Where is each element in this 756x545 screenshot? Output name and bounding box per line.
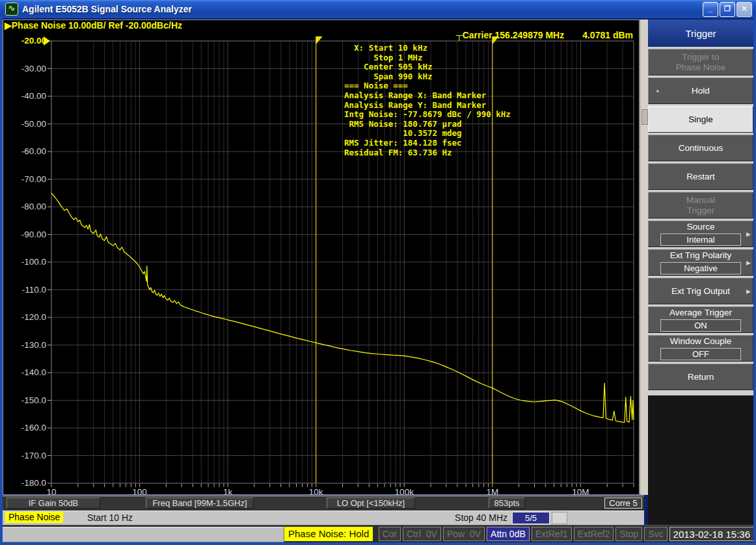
hw-status-if-gain-50db: IF Gain 50dB — [7, 498, 100, 509]
y-tick-label: -60.00 — [3, 146, 46, 156]
softkey-value: Internal — [660, 233, 741, 246]
softkey-source[interactable]: SourceInternal▶ — [648, 220, 753, 247]
status-chip-extref1: ExtRef1 — [532, 527, 572, 541]
softkey-label: Source — [687, 222, 715, 232]
status-chip-cor: Cor — [379, 527, 401, 541]
hardware-status-bar: IF Gain 50dBFreq Band [99M-1.5GHz]LO Opt… — [3, 496, 644, 511]
menu-title: Trigger — [648, 20, 753, 47]
status-chip-attn-0db: Attn 0dB — [487, 527, 530, 541]
app-icon: ∿ — [5, 3, 18, 16]
submenu-arrow-icon: ▶ — [746, 258, 751, 268]
datetime-display: 2013-02-18 15:36 — [669, 527, 754, 541]
softkey-window-couple[interactable]: Window CoupleOFF — [648, 335, 753, 362]
restore-button[interactable]: ❐ — [720, 2, 735, 17]
softkey-ext-trig-output[interactable]: Ext Trig Output▶ — [648, 278, 753, 304]
y-tick-label: -90.00 — [3, 230, 46, 239]
window-border-bottom — [0, 542, 756, 545]
hw-status-853pts: 853pts — [489, 498, 525, 509]
window-border-right — [753, 18, 756, 545]
status-chip-ctrl-0v: Ctrl 0V — [403, 527, 441, 541]
softkey-single[interactable]: Single — [648, 106, 753, 133]
y-tick-label: -100.0 — [3, 257, 46, 267]
noise-analysis-text: X: Start 10 kHz Stop 1 MHz Center 505 kH… — [344, 44, 511, 157]
selected-bullet-icon: ● — [656, 86, 659, 96]
page-indicator: 5/5 — [512, 512, 550, 524]
carrier-marker-icon: ┬ — [456, 30, 463, 40]
carrier-frequency: 156.249879 MHz — [495, 30, 565, 40]
window-border-left — [0, 18, 3, 545]
softkey-label: Continuous — [679, 143, 723, 153]
status-message-panel — [1, 527, 284, 542]
trigger-state-badge: Phase Noise: Hold — [284, 527, 373, 541]
softkey-label: Return — [688, 372, 714, 382]
trace-header[interactable]: ▶Phase Noise 10.00dB/ Ref -20.00dBc/Hz — [5, 20, 182, 31]
softkey-continuous[interactable]: Continuous — [648, 135, 753, 161]
softkey-manual-trigger: Manual Trigger — [648, 192, 753, 219]
softkey-trigger-to-phase-noise: Trigger to Phase Noise — [648, 49, 753, 75]
minimize-button[interactable]: _ — [703, 2, 718, 17]
y-tick-label: -140.0 — [3, 367, 46, 377]
status-chip-extref2: ExtRef2 — [574, 527, 614, 541]
y-tick-label: -80.00 — [3, 202, 46, 211]
hw-status-corre-5: Corre 5 — [604, 498, 642, 509]
softkey-label: Ext Trig Polarity — [670, 250, 732, 261]
y-tick-label: -70.00 — [3, 174, 46, 184]
y-tick-label: -170.0 — [3, 451, 46, 460]
hw-status-freq-band-99m-1-5ghz-: Freq Band [99M-1.5GHz] — [146, 498, 254, 509]
scroll-handle[interactable] — [641, 109, 648, 125]
page-spacer — [552, 512, 567, 524]
phase-noise-plot — [3, 20, 639, 494]
softkey-label: Window Couple — [670, 336, 732, 347]
band-marker-flag-icon[interactable] — [316, 36, 323, 44]
softkey-label: Hold — [692, 86, 710, 96]
status-chip-svc: Svc — [644, 527, 667, 541]
y-tick-label: -50.00 — [3, 119, 46, 129]
softkey-value: Negative — [660, 262, 741, 274]
window-title: Agilent E5052B Signal Source Analyzer — [22, 4, 192, 14]
softkey-label: Restart — [686, 172, 715, 182]
softkey-return[interactable]: Return — [648, 364, 753, 390]
hw-status-lo-opt-150khz-: LO Opt [<150kHz] — [327, 498, 415, 509]
softkey-ext-trig-polarity[interactable]: Ext Trig PolarityNegative▶ — [648, 249, 753, 276]
softkey-label: Single — [688, 114, 713, 125]
y-tick-label: -40.00 — [3, 91, 46, 101]
softkey-hold[interactable]: Hold● — [648, 77, 753, 104]
status-chip-pow-0v: Pow 0V — [443, 527, 485, 541]
softkey-value: OFF — [660, 348, 741, 360]
sweep-status-bar: Phase Noise Start 10 Hz Stop 40 MHz 5/5 — [0, 511, 644, 525]
carrier-label: Carrier — [463, 30, 493, 40]
sweep-start-text: Start 10 Hz — [87, 512, 133, 523]
app-window: ∿ Agilent E5052B Signal Source Analyzer … — [0, 0, 756, 545]
trace-marker-icon: ▶ — [5, 20, 12, 31]
softkey-label: Average Trigger — [669, 308, 732, 318]
softkey-average-trigger[interactable]: Average TriggerON — [648, 306, 753, 333]
softkey-restart[interactable]: Restart — [648, 163, 753, 190]
title-bar: ∿ Agilent E5052B Signal Source Analyzer … — [0, 0, 756, 18]
carrier-readout: ┬ Carrier 156.249879 MHz 4.0781 dBm — [400, 30, 633, 40]
system-status-bar: Phase Noise: Hold CorCtrl 0VPow 0VAttn 0… — [0, 525, 756, 543]
measurement-mode-badge: Phase Noise — [5, 512, 63, 523]
measurement-display: ▶Phase Noise 10.00dB/ Ref -20.00dBc/Hz ┬… — [3, 20, 640, 495]
y-tick-label: -130.0 — [3, 340, 46, 350]
y-tick-label: -110.0 — [3, 285, 46, 295]
softkey-label: Manual Trigger — [686, 195, 715, 216]
display-scroll-strip[interactable] — [640, 20, 649, 495]
close-button[interactable]: ✕ — [736, 2, 752, 17]
softkey-label: Trigger to Phase Noise — [676, 52, 726, 73]
status-chip-stop: Stop — [615, 527, 642, 541]
carrier-power: 4.0781 dBm — [582, 30, 633, 40]
y-tick-label: -150.0 — [3, 395, 46, 405]
sweep-stop-text: Stop 40 MHz — [455, 512, 507, 523]
y-tick-label: -180.0 — [3, 478, 46, 488]
y-tick-label: -120.0 — [3, 312, 46, 322]
y-tick-label: -160.0 — [3, 423, 46, 432]
submenu-arrow-icon: ▶ — [746, 229, 751, 239]
softkey-value: ON — [660, 319, 741, 332]
submenu-arrow-icon: ▶ — [746, 286, 751, 297]
menu-background — [648, 395, 756, 545]
softkey-label: Ext Trig Output — [671, 286, 730, 297]
y-tick-label: -30.00 — [3, 64, 46, 73]
y-tick-label: -20.00 — [3, 36, 46, 46]
softkey-menu: Trigger Trigger to Phase NoiseHold●Singl… — [648, 20, 753, 395]
